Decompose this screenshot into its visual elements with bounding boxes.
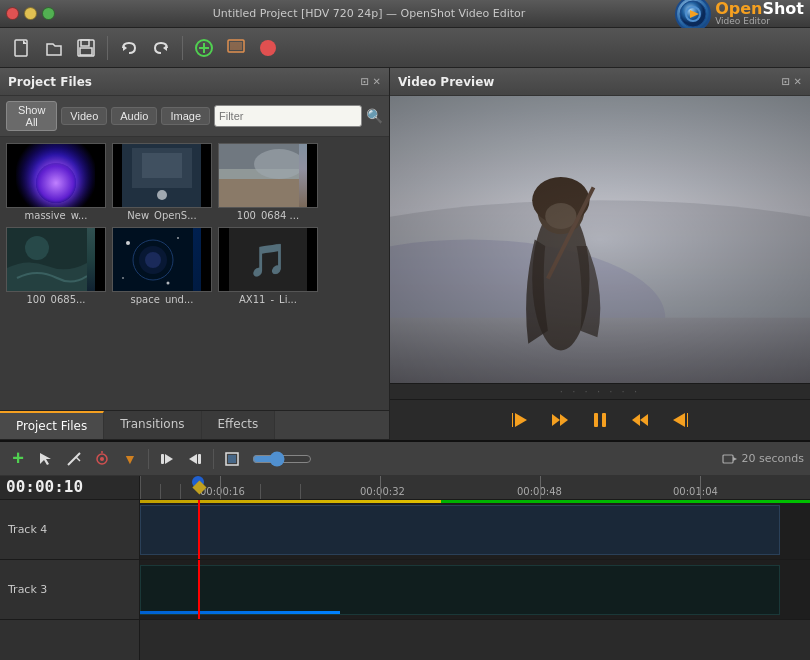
redo-button[interactable] (147, 34, 175, 62)
svg-point-31 (167, 282, 170, 285)
timeline-separator-2 (213, 449, 214, 469)
thumbnails-grid: massive_w... New_ (0, 137, 389, 410)
logo-open: Open (715, 0, 762, 17)
resize-handle[interactable]: · · · · · · · (390, 383, 810, 399)
new-button[interactable] (8, 34, 36, 62)
track-3-clip-1[interactable] (140, 565, 780, 615)
thumbnail-6: 🎵 (218, 227, 318, 292)
track-4-content (140, 500, 810, 560)
svg-rect-61 (161, 454, 164, 464)
filter-search-icon[interactable]: 🔍 (366, 108, 383, 124)
list-item[interactable]: 100_0684 ... (218, 143, 318, 221)
filter-bar: Show All Video Audio Image 🔍 (0, 96, 389, 137)
thumb-6-label: AX11_-_Li... (218, 294, 318, 305)
list-item[interactable]: space_und... (112, 227, 212, 305)
export-button[interactable] (222, 34, 250, 62)
tick-6 (380, 476, 381, 499)
list-item[interactable]: 100_0685... (6, 227, 106, 305)
svg-rect-20 (219, 174, 299, 208)
list-item[interactable]: New_OpenS... (112, 143, 212, 221)
svg-marker-52 (673, 413, 685, 427)
panel-controls: ⊡ ✕ (360, 76, 381, 87)
filter-video[interactable]: Video (61, 107, 107, 125)
thumb-3-preview (228, 143, 308, 208)
snap-button[interactable] (90, 447, 114, 471)
jump-end-button[interactable] (666, 406, 694, 434)
tab-project-files[interactable]: Project Files (0, 411, 104, 439)
svg-marker-8 (163, 45, 167, 51)
track-3-label: Track 3 (0, 560, 139, 620)
thumb-5-preview (122, 227, 202, 292)
video-panel-close-icon[interactable]: ✕ (794, 76, 802, 87)
current-time-display: 00:00:10 (6, 477, 83, 496)
svg-rect-49 (602, 413, 606, 427)
play-pause-button[interactable] (586, 406, 614, 434)
undo-button[interactable] (115, 34, 143, 62)
thumbnail-3 (218, 143, 318, 208)
tick-5 (300, 484, 301, 499)
thumb-3-label: 100_0684 ... (218, 210, 318, 221)
tab-effects[interactable]: Effects (202, 411, 276, 439)
tick-8 (700, 476, 701, 499)
open-button[interactable] (40, 34, 68, 62)
svg-marker-60 (165, 454, 173, 464)
razor-tool-button[interactable] (62, 447, 86, 471)
svg-point-30 (177, 237, 179, 239)
track-4-clip-1[interactable] (140, 505, 780, 555)
svg-rect-65 (228, 455, 236, 463)
record-button[interactable] (254, 34, 282, 62)
close-button[interactable] (6, 7, 19, 20)
timeline-body: 00:00:10 Track 4 Track 3 00:00:16 00:00:… (0, 476, 810, 660)
svg-marker-7 (123, 45, 127, 51)
panel-detach-icon[interactable]: ⊡ (360, 76, 368, 87)
thumb-4-preview (16, 227, 96, 292)
select-tool-button[interactable] (34, 447, 58, 471)
toolbar-separator-1 (107, 36, 108, 60)
add-clip-button[interactable] (190, 34, 218, 62)
filter-input[interactable] (214, 105, 362, 127)
save-button[interactable] (72, 34, 100, 62)
tick-4 (260, 484, 261, 499)
thumbnail-2 (112, 143, 212, 208)
music-note-icon: 🎵 (248, 241, 288, 279)
svg-rect-66 (723, 455, 733, 463)
timeline-jump-start[interactable] (155, 447, 179, 471)
fast-forward-button[interactable] (626, 406, 654, 434)
app-wrapper: Untitled Project [HDV 720 24p] — OpenSho… (0, 0, 810, 660)
tab-transitions[interactable]: Transitions (104, 411, 201, 439)
svg-marker-62 (189, 454, 197, 464)
svg-marker-67 (733, 457, 737, 461)
left-panel: Project Files ⊡ ✕ Show All Video Audio I… (0, 68, 390, 440)
timeline-jump-end[interactable] (183, 447, 207, 471)
svg-marker-50 (632, 414, 640, 426)
add-track-button[interactable]: + (6, 447, 30, 471)
jump-start-button[interactable] (506, 406, 534, 434)
fullscreen-timeline-button[interactable] (220, 447, 244, 471)
svg-rect-5 (81, 40, 89, 46)
svg-marker-53 (687, 413, 688, 427)
filter-audio[interactable]: Audio (111, 107, 157, 125)
list-item[interactable]: massive_w... (6, 143, 106, 221)
video-preview-title: Video Preview (398, 75, 494, 89)
tick-7 (540, 476, 541, 499)
tick-2 (180, 484, 181, 499)
svg-rect-63 (198, 454, 201, 464)
zoom-slider[interactable] (252, 451, 312, 467)
maximize-button[interactable] (42, 7, 55, 20)
thumb-6-preview: 🎵 (228, 227, 308, 292)
filter-show-all[interactable]: Show All (6, 101, 57, 131)
track-3-content (140, 560, 810, 620)
thumb-4-label: 100_0685... (6, 294, 106, 305)
svg-point-18 (157, 190, 167, 200)
filter-image[interactable]: Image (161, 107, 210, 125)
video-panel-detach-icon[interactable]: ⊡ (781, 76, 789, 87)
ruler-label-spacer: 00:00:10 (0, 476, 139, 500)
dropdown-button[interactable]: ▼ (118, 447, 142, 471)
svg-marker-44 (512, 413, 513, 427)
rewind-button[interactable] (546, 406, 574, 434)
panel-close-icon[interactable]: ✕ (373, 76, 381, 87)
list-item[interactable]: 🎵 AX11_-_Li... (218, 227, 318, 305)
svg-point-32 (122, 277, 124, 279)
minimize-button[interactable] (24, 7, 37, 20)
tracks-area (140, 500, 810, 660)
